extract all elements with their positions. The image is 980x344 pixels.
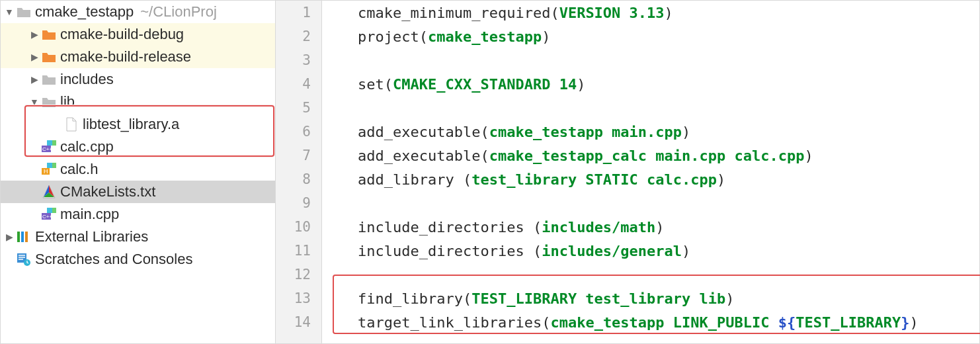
tree-label: calc.cpp <box>58 138 114 155</box>
folder-orange-icon <box>40 51 58 63</box>
project-root[interactable]: ▼ cmake_testapp ~/CLionProj <box>1 1 275 23</box>
tree-item[interactable]: ▼lib <box>1 91 275 113</box>
code-token: ) <box>655 219 664 236</box>
tree-item[interactable]: CMakeLists.txt <box>1 181 275 203</box>
code-line[interactable]: add_library (test_library STATIC calc.cp… <box>322 167 979 191</box>
svg-rect-3 <box>52 140 56 146</box>
code-line[interactable] <box>322 48 979 72</box>
code-token: } <box>901 314 909 331</box>
chevron-down-icon[interactable]: ▼ <box>3 7 15 17</box>
code-token: test_library STATIC calc.cpp <box>471 171 717 188</box>
code-token: TEST_LIBRARY test_library lib <box>471 290 725 307</box>
code-line[interactable]: project(cmake_testapp) <box>322 24 979 48</box>
svg-rect-6 <box>47 163 52 168</box>
h-file-icon: H <box>40 163 58 176</box>
line-number: 2 <box>276 24 321 48</box>
tree-label: cmake-build-release <box>58 48 191 65</box>
line-number: 3 <box>276 48 321 72</box>
tree-item[interactable]: Scratches and Consoles <box>1 248 275 271</box>
code-token: cmake_minimum_required( <box>358 5 559 21</box>
line-number: 7 <box>276 144 321 167</box>
chevron-down-icon[interactable]: ▼ <box>28 97 40 107</box>
tree-label: cmake_testapp <box>32 3 134 21</box>
code-editor[interactable]: cmake_minimum_required(VERSION 3.13)proj… <box>322 1 979 343</box>
svg-text:H: H <box>44 168 48 175</box>
line-number: 6 <box>276 120 321 144</box>
code-token: target_link_libraries( <box>358 314 550 331</box>
tree-item[interactable]: ▶cmake-build-debug <box>1 23 275 46</box>
tree-item[interactable]: Hcalc.h <box>1 158 275 181</box>
tree-item[interactable]: ▶includes <box>1 68 275 91</box>
code-token: ) <box>542 28 550 45</box>
svg-rect-18 <box>25 232 28 242</box>
svg-rect-2 <box>47 140 52 146</box>
tree-path-hint: ~/CLionProj <box>134 3 217 21</box>
file-blank-icon <box>63 117 80 132</box>
code-token: includes/general <box>542 243 682 259</box>
tree-item[interactable]: ▶External Libraries <box>1 226 275 248</box>
editor-gutter: 1234567891011121314 <box>276 1 322 343</box>
chevron-right-icon[interactable]: ▶ <box>28 29 40 40</box>
code-line[interactable]: include_directories (includes/general) <box>322 239 979 263</box>
chevron-right-icon[interactable]: ▶ <box>28 74 40 85</box>
code-line[interactable]: include_directories (includes/math) <box>322 215 979 239</box>
tree-item[interactable]: C++calc.cpp <box>1 136 275 158</box>
chevron-right-icon[interactable]: ▶ <box>3 232 15 242</box>
folder-icon <box>15 6 32 18</box>
code-token: include_directories ( <box>358 243 542 259</box>
code-line[interactable]: cmake_minimum_required(VERSION 3.13) <box>322 1 979 24</box>
tree-label: libtest_library.a <box>80 116 179 133</box>
code-token: ) <box>725 290 734 307</box>
code-token: VERSION 3.13 <box>559 5 665 21</box>
folder-orange-icon <box>40 28 58 40</box>
code-token: cmake_testapp_calc main.cpp calc.cpp <box>489 148 805 164</box>
tree-label: External Libraries <box>32 228 148 245</box>
svg-rect-17 <box>21 232 24 242</box>
code-line[interactable]: add_executable(cmake_testapp_calc main.c… <box>322 144 979 167</box>
tree-label: calc.h <box>58 161 98 178</box>
tree-label: main.cpp <box>58 206 119 223</box>
tree-label: cmake-build-debug <box>58 26 184 43</box>
code-token: find_library( <box>358 290 471 307</box>
code-token: add_library ( <box>358 171 471 188</box>
code-line[interactable]: add_executable(cmake_testapp main.cpp) <box>322 120 979 144</box>
line-number: 8 <box>276 167 321 191</box>
code-token: ${ <box>778 314 796 331</box>
line-number: 10 <box>276 215 321 239</box>
line-number: 4 <box>276 72 321 96</box>
tree-label: includes <box>58 71 114 88</box>
folder-grey-icon <box>40 73 58 85</box>
code-line[interactable]: find_library(TEST_LIBRARY test_library l… <box>322 286 979 310</box>
code-line[interactable]: set(CMAKE_CXX_STANDARD 14) <box>322 72 979 96</box>
svg-text:C++: C++ <box>42 214 52 220</box>
code-token: add_executable( <box>358 124 489 140</box>
chevron-right-icon[interactable]: ▶ <box>28 52 40 62</box>
line-number: 14 <box>276 310 321 334</box>
code-line[interactable] <box>322 263 979 286</box>
tree-label: CMakeLists.txt <box>58 183 155 200</box>
project-tree[interactable]: ▼ cmake_testapp ~/CLionProj ▶cmake-build… <box>1 1 276 343</box>
code-token: ) <box>665 5 673 21</box>
line-number: 9 <box>276 191 321 215</box>
code-token: set( <box>358 76 393 93</box>
tree-item[interactable]: C++main.cpp <box>1 203 275 226</box>
code-token: cmake_testapp <box>428 28 542 45</box>
code-line[interactable] <box>322 96 979 120</box>
code-token: includes/math <box>542 219 655 236</box>
code-line[interactable] <box>322 191 979 215</box>
code-token: ) <box>682 124 690 140</box>
svg-rect-7 <box>52 163 56 168</box>
cpp-file-icon: C++ <box>40 140 58 153</box>
code-token: include_directories ( <box>358 219 542 236</box>
scratch-icon <box>15 253 32 266</box>
code-token: cmake_testapp main.cpp <box>489 124 682 140</box>
line-number: 13 <box>276 286 321 310</box>
folder-grey-icon <box>40 96 58 108</box>
tree-item[interactable]: libtest_library.a <box>1 113 275 136</box>
code-line[interactable]: target_link_libraries(cmake_testapp LINK… <box>322 310 979 334</box>
line-number: 11 <box>276 239 321 263</box>
tree-item[interactable]: ▶cmake-build-release <box>1 46 275 68</box>
cmake-file-icon <box>40 185 58 199</box>
code-token: ) <box>717 171 725 188</box>
code-token: CMAKE_CXX_STANDARD 14 <box>393 76 577 93</box>
